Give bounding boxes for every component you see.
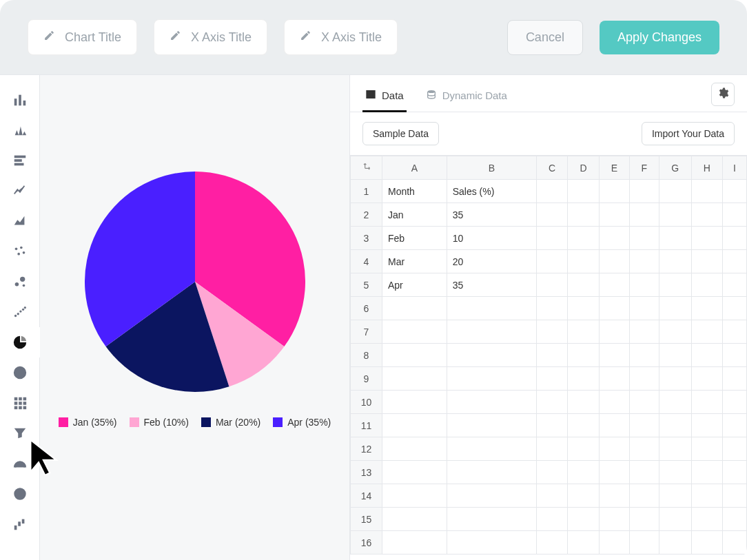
cell[interactable] xyxy=(447,531,536,554)
cell[interactable] xyxy=(691,180,722,203)
cell[interactable] xyxy=(599,250,629,273)
apply-changes-button[interactable]: Apply Changes xyxy=(600,21,719,54)
cell[interactable] xyxy=(599,508,629,531)
cell[interactable] xyxy=(599,273,629,297)
cell[interactable] xyxy=(659,273,691,297)
cell[interactable] xyxy=(691,437,722,461)
cell[interactable] xyxy=(447,437,536,461)
line-chart-icon[interactable] xyxy=(0,176,40,206)
cell[interactable] xyxy=(629,367,659,391)
cell[interactable] xyxy=(536,273,567,297)
waterfall-chart-icon[interactable] xyxy=(0,509,40,539)
cell[interactable] xyxy=(599,227,629,250)
cell[interactable] xyxy=(536,203,567,227)
cell[interactable] xyxy=(568,414,599,437)
cell[interactable] xyxy=(722,227,746,250)
cell[interactable] xyxy=(536,320,567,344)
cell[interactable] xyxy=(382,344,447,367)
cell[interactable] xyxy=(568,180,599,203)
select-all-corner[interactable] xyxy=(351,156,382,180)
cell[interactable] xyxy=(599,414,629,437)
cell[interactable] xyxy=(536,414,567,437)
row-header[interactable]: 11 xyxy=(351,414,382,437)
cell[interactable] xyxy=(722,320,746,344)
cell[interactable]: Apr xyxy=(382,273,447,297)
cell[interactable] xyxy=(599,297,629,320)
cell[interactable] xyxy=(722,203,746,227)
cell[interactable] xyxy=(568,250,599,273)
cell[interactable] xyxy=(691,250,722,273)
settings-button[interactable] xyxy=(711,83,735,106)
column-header[interactable]: G xyxy=(659,156,691,180)
cell[interactable] xyxy=(691,203,722,227)
donut-chart-icon[interactable] xyxy=(0,357,40,388)
cell[interactable] xyxy=(568,203,599,227)
column-header[interactable]: D xyxy=(568,156,599,180)
cell[interactable] xyxy=(536,391,567,414)
cell[interactable] xyxy=(382,508,447,531)
cell[interactable] xyxy=(659,320,691,344)
cell[interactable] xyxy=(382,461,447,484)
cell[interactable] xyxy=(629,180,659,203)
cell[interactable] xyxy=(659,180,691,203)
cell[interactable] xyxy=(599,180,629,203)
row-header[interactable]: 4 xyxy=(351,250,382,273)
cell[interactable] xyxy=(629,437,659,461)
cell[interactable] xyxy=(629,250,659,273)
cell[interactable] xyxy=(659,227,691,250)
cell[interactable] xyxy=(659,250,691,273)
x-axis-title-input-2[interactable]: X Axis Title xyxy=(284,19,398,55)
cell[interactable] xyxy=(568,367,599,391)
tab-data[interactable]: Data xyxy=(362,82,407,112)
cell[interactable]: 10 xyxy=(447,227,536,250)
cell[interactable] xyxy=(691,227,722,250)
cell[interactable] xyxy=(568,320,599,344)
row-header[interactable]: 16 xyxy=(351,531,382,554)
cell[interactable]: 35 xyxy=(447,273,536,297)
row-header[interactable]: 1 xyxy=(351,180,382,203)
row-header[interactable]: 2 xyxy=(351,203,382,227)
cell[interactable] xyxy=(722,531,746,554)
cell[interactable] xyxy=(568,437,599,461)
cell[interactable] xyxy=(447,508,536,531)
cell[interactable] xyxy=(568,484,599,508)
cell[interactable] xyxy=(629,273,659,297)
dot-plot-icon[interactable] xyxy=(0,297,40,327)
row-header[interactable]: 6 xyxy=(351,297,382,320)
cell[interactable]: Feb xyxy=(382,227,447,250)
heatmap-icon[interactable] xyxy=(0,388,40,418)
radar-chart-icon[interactable] xyxy=(0,479,40,509)
cell[interactable]: 20 xyxy=(447,250,536,273)
cell[interactable] xyxy=(629,203,659,227)
row-header[interactable]: 15 xyxy=(351,508,382,531)
cell[interactable] xyxy=(722,484,746,508)
column-header[interactable]: E xyxy=(599,156,629,180)
row-header[interactable]: 12 xyxy=(351,437,382,461)
cell[interactable] xyxy=(691,508,722,531)
cell[interactable] xyxy=(722,437,746,461)
bar-chart-icon[interactable] xyxy=(0,85,40,115)
data-grid[interactable]: ABCDEFGHI1MonthSales (%)2Jan353Feb104Mar… xyxy=(350,155,747,560)
cell[interactable] xyxy=(447,461,536,484)
cell[interactable] xyxy=(599,203,629,227)
row-header[interactable]: 8 xyxy=(351,344,382,367)
column-header[interactable]: I xyxy=(722,156,746,180)
horizontal-bar-icon[interactable] xyxy=(0,145,40,176)
cell[interactable] xyxy=(568,391,599,414)
cell[interactable] xyxy=(382,437,447,461)
cell[interactable] xyxy=(536,250,567,273)
cell[interactable] xyxy=(691,367,722,391)
cell[interactable] xyxy=(536,367,567,391)
row-header[interactable]: 7 xyxy=(351,320,382,344)
x-axis-title-input-1[interactable]: X Axis Title xyxy=(154,19,267,55)
pie-chart-icon[interactable] xyxy=(0,327,40,357)
cell[interactable] xyxy=(536,344,567,367)
cell[interactable] xyxy=(536,531,567,554)
sample-data-button[interactable]: Sample Data xyxy=(362,122,439,145)
cell[interactable] xyxy=(382,531,447,554)
cell[interactable] xyxy=(382,297,447,320)
cell[interactable] xyxy=(568,531,599,554)
cell[interactable] xyxy=(447,297,536,320)
cell[interactable]: Sales (%) xyxy=(447,180,536,203)
cell[interactable] xyxy=(722,508,746,531)
